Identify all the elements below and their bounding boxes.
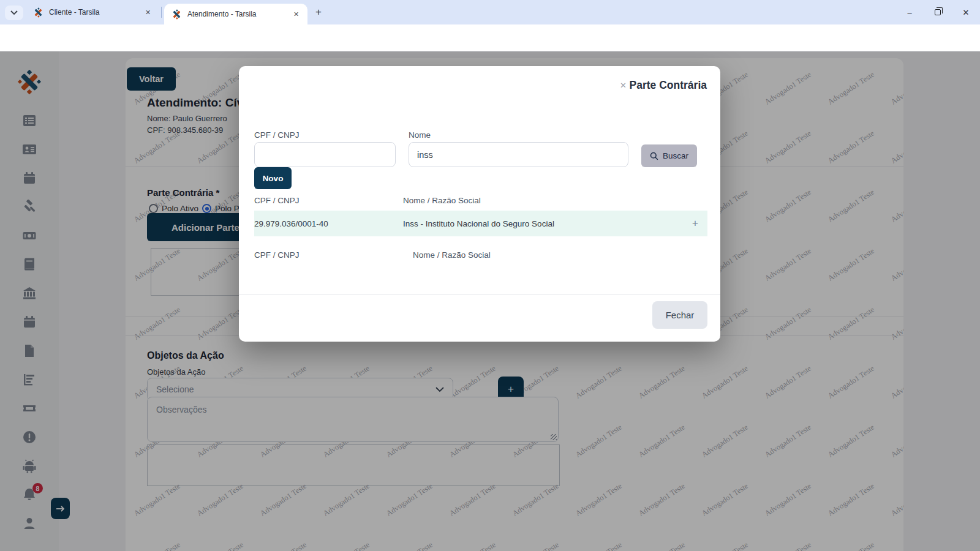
tarsila-favicon	[33, 7, 43, 18]
new-tab-button[interactable]: +	[311, 5, 326, 20]
tarsila-favicon	[172, 9, 182, 20]
results-header-nome: Nome / Razão Social	[403, 196, 481, 205]
browser-toolbar: ← → ↻ tarsilasuite-tudonatarsila.azurewe…	[0, 24, 980, 51]
modal-close-icon[interactable]: ✕	[619, 81, 628, 90]
browser-tab-strip: Cliente - Tarsila ✕ Atendimento - Tarsil…	[0, 0, 980, 24]
fechar-button[interactable]: Fechar	[652, 301, 707, 329]
result-row[interactable]: 29.979.036/0001-40 Inss - Instituto Naci…	[254, 211, 707, 236]
modal-footer-divider	[239, 294, 720, 294]
restore-icon	[935, 9, 941, 15]
window-restore-button[interactable]	[924, 0, 952, 24]
add-result-icon[interactable]: +	[683, 217, 707, 230]
buscar-button[interactable]: Buscar	[641, 144, 697, 167]
page-viewport: 8 Advogado1 TesteAdvogado1 TesteAdvogado…	[0, 51, 980, 551]
parte-contraria-modal: ✕ Parte Contrária CPF / CNPJ Nome Buscar…	[239, 66, 720, 342]
result-nome: Inss - Instituto Nacional do Seguro Soci…	[403, 219, 683, 228]
tab-divider	[161, 7, 162, 18]
result-cpf: 29.979.036/0001-40	[254, 219, 403, 228]
selected-header-cpf: CPF / CNPJ	[254, 250, 300, 260]
cpf-label: CPF / CNPJ	[254, 130, 300, 140]
window-controls: – ✕	[895, 0, 980, 24]
modal-header: ✕ Parte Contrária	[239, 66, 720, 104]
cpf-input[interactable]	[254, 142, 396, 167]
tab-title: Cliente - Tarsila	[49, 8, 143, 17]
novo-button[interactable]: Novo	[254, 167, 292, 189]
nome-label: Nome	[409, 130, 431, 140]
results-header-cpf: CPF / CNPJ	[254, 196, 300, 205]
chevron-down-icon	[10, 10, 18, 15]
tab-close-icon[interactable]: ✕	[291, 9, 301, 20]
window-minimize-button[interactable]: –	[895, 0, 924, 24]
tab-cliente[interactable]: Cliente - Tarsila ✕	[26, 0, 159, 24]
tab-title: Atendimento - Tarsila	[187, 10, 291, 18]
window-close-button[interactable]: ✕	[952, 0, 980, 24]
search-icon	[650, 152, 658, 160]
buscar-label: Buscar	[663, 151, 688, 160]
tab-close-icon[interactable]: ✕	[143, 7, 153, 18]
tab-search-button[interactable]	[5, 6, 23, 20]
tab-atendimento[interactable]: Atendimento - Tarsila ✕	[164, 4, 307, 24]
modal-title: Parte Contrária	[630, 79, 707, 92]
nome-input[interactable]	[409, 142, 628, 167]
selected-header-nome: Nome / Razão Social	[413, 250, 491, 260]
